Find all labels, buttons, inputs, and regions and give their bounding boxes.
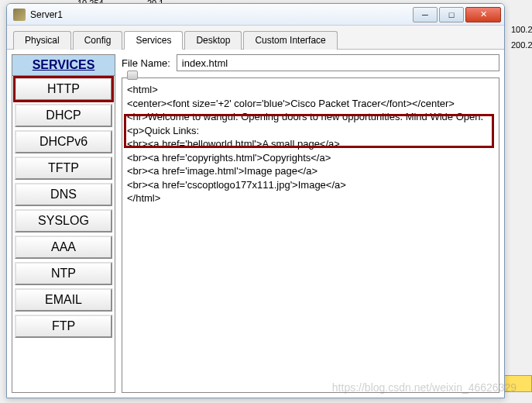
- server-icon: [13, 9, 26, 21]
- service-email[interactable]: EMAIL: [15, 288, 112, 312]
- editor-line: <br><a href='cscoptlogo177x111.jpg'>Imag…: [127, 178, 494, 192]
- tab-physical[interactable]: Physical: [13, 31, 71, 50]
- editor-line: </html>: [127, 191, 494, 205]
- minimize-button[interactable]: ─: [413, 7, 438, 22]
- filename-input[interactable]: [177, 54, 499, 71]
- tab-services[interactable]: Services: [124, 31, 183, 50]
- tab-custom-interface[interactable]: Custom Interface: [243, 31, 337, 50]
- bg-r2: 200.2: [511, 40, 532, 50]
- editor-line: <html>: [127, 83, 494, 97]
- tab-config[interactable]: Config: [73, 31, 123, 50]
- editor-line: <hr>Welcome to wangui. Opening doors to …: [127, 110, 494, 124]
- service-dns[interactable]: DNS: [15, 183, 112, 206]
- editor-line: <p>Quick Links:: [127, 124, 494, 138]
- editor-line: <br><a href='image.html'>Image page</a>: [127, 164, 494, 178]
- window-title: Server1: [30, 9, 411, 20]
- editor-line: <br><a href='copyrights.html'>Copyrights…: [127, 151, 494, 165]
- tab-row: Physical Config Services Desktop Custom …: [7, 26, 504, 50]
- service-ntp[interactable]: NTP: [15, 262, 112, 285]
- service-syslog[interactable]: SYSLOG: [15, 209, 112, 232]
- service-aaa[interactable]: AAA: [15, 236, 112, 259]
- html-editor[interactable]: <html> <center><font size='+2' color='bl…: [122, 78, 499, 393]
- watermark: https://blog.csdn.net/weixin_46626329: [332, 381, 517, 394]
- filename-row: File Name:: [122, 54, 499, 71]
- bg-r1: 100.2: [511, 25, 532, 34]
- editor-line: <br><a href='helloworld.html'>A small pa…: [127, 137, 494, 151]
- filename-label: File Name:: [122, 57, 170, 69]
- sidebar-header: SERVICES: [12, 55, 115, 76]
- service-dhcp[interactable]: DHCP: [15, 104, 112, 127]
- editor-line: <center><font size='+2' color='blue'>Cis…: [127, 97, 494, 111]
- services-sidebar: SERVICES HTTP DHCP DHCPv6 TFTP DNS SYSLO…: [12, 54, 115, 393]
- maximize-button[interactable]: □: [439, 7, 464, 22]
- server-window: Server1 ─ □ ✕ Physical Config Services D…: [6, 3, 505, 398]
- service-http[interactable]: HTTP: [15, 78, 112, 101]
- main-pane: File Name: <html> <center><font size='+2…: [122, 54, 499, 393]
- sidebar-scrollbar[interactable]: [127, 71, 138, 80]
- service-ftp[interactable]: FTP: [15, 315, 112, 338]
- tab-desktop[interactable]: Desktop: [184, 31, 242, 50]
- close-button[interactable]: ✕: [465, 7, 501, 22]
- service-dhcpv6[interactable]: DHCPv6: [15, 130, 112, 153]
- service-tftp[interactable]: TFTP: [15, 157, 112, 180]
- titlebar[interactable]: Server1 ─ □ ✕: [7, 4, 504, 26]
- content-area: SERVICES HTTP DHCP DHCPv6 TFTP DNS SYSLO…: [7, 50, 504, 398]
